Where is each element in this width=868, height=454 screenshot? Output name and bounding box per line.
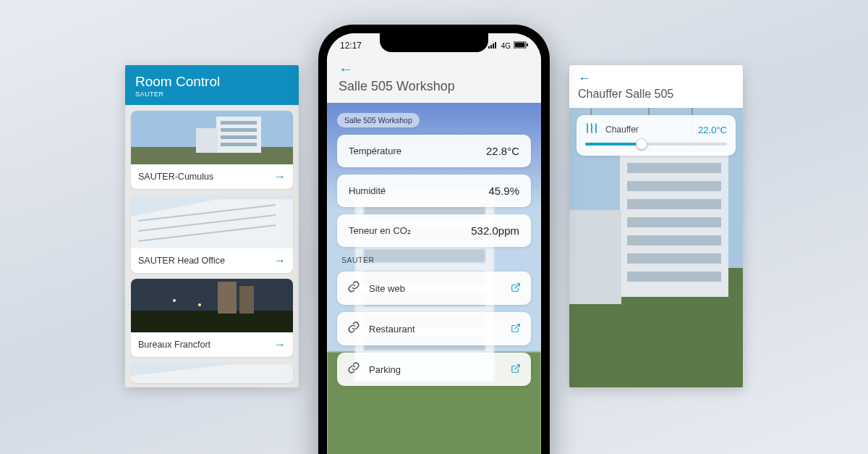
svg-rect-6 (221, 135, 257, 139)
svg-rect-13 (131, 279, 293, 311)
room-name: SAUTER Head Office (138, 256, 225, 266)
room-thumbnail (131, 279, 293, 332)
metric-co2[interactable]: Teneur en CO₂ 532.0ppm (337, 214, 531, 247)
room-card[interactable]: SAUTER Head Office → (131, 195, 293, 273)
svg-rect-5 (221, 128, 257, 132)
svg-rect-3 (196, 128, 218, 153)
detail-title: Salle 505 Workshop (339, 79, 529, 94)
svg-rect-27 (627, 217, 721, 227)
arrow-right-icon: → (274, 338, 286, 351)
link-icon (347, 280, 360, 296)
metric-label: Température (349, 146, 401, 156)
svg-rect-35 (488, 46, 490, 49)
link-label: Parking (369, 364, 502, 375)
status-network: 4G (501, 42, 511, 50)
metric-value: 532.0ppm (471, 224, 519, 237)
svg-rect-24 (627, 163, 721, 173)
room-list: SAUTER-Cumulus → SAUTER Head Office → (125, 105, 299, 387)
phone-notch (380, 33, 488, 52)
metric-value: 22.8°C (486, 145, 519, 157)
metric-label: Humidité (349, 185, 386, 196)
link-parking[interactable]: Parking (337, 353, 531, 386)
link-icon (347, 361, 360, 377)
svg-rect-30 (627, 272, 721, 282)
slider-label: Chauffer (605, 125, 691, 135)
external-link-icon (511, 363, 521, 376)
svg-rect-26 (627, 199, 721, 209)
arrow-right-icon: → (274, 170, 286, 183)
metric-label: Teneur en CO₂ (349, 225, 411, 236)
back-button[interactable]: ← (578, 71, 734, 86)
svg-rect-41 (527, 43, 528, 46)
arrow-right-icon: → (274, 254, 286, 267)
heat-slider-card: Chauffer 22.0°C (576, 115, 736, 156)
slider-thumb[interactable] (636, 138, 647, 150)
svg-rect-25 (627, 181, 721, 191)
back-button[interactable]: ← (339, 61, 529, 77)
external-link-icon (511, 282, 521, 295)
svg-rect-14 (131, 311, 293, 332)
svg-rect-29 (627, 253, 721, 264)
svg-point-18 (198, 303, 201, 306)
heat-title: Chauffer Salle 505 (578, 88, 734, 101)
svg-rect-7 (221, 143, 257, 146)
room-list-header: Room Control SAUTER (125, 65, 299, 105)
brand-label: SAUTER (135, 91, 289, 98)
metric-temperature[interactable]: Température 22.8°C (337, 135, 531, 167)
heat-waves-icon (585, 122, 598, 137)
battery-icon (514, 41, 528, 50)
status-time: 12:17 (340, 41, 362, 51)
phone-frame: 12:17 4G ← Salle 505 Workshop (318, 25, 550, 454)
heat-header: ← Chauffer Salle 505 (569, 65, 743, 108)
room-thumbnail (131, 195, 293, 248)
link-label: Restaurant (369, 324, 502, 335)
svg-point-17 (173, 299, 176, 302)
room-thumbnail (131, 111, 293, 164)
metric-humidity[interactable]: Humidité 45.9% (337, 175, 531, 207)
svg-rect-38 (495, 42, 496, 49)
room-list-title: Room Control (135, 74, 289, 90)
room-name: Bureaux Francfort (138, 340, 210, 350)
room-name: SAUTER-Cumulus (138, 172, 213, 182)
detail-scroll[interactable]: Salle 505 Workshop Température 22.8°C Hu… (327, 103, 541, 454)
link-label: Site web (369, 283, 502, 294)
room-thumbnail (131, 363, 293, 383)
room-card[interactable] (131, 363, 293, 383)
metric-value: 45.9% (488, 185, 519, 197)
svg-rect-37 (493, 43, 494, 49)
heat-control-screen: ← Chauffer Salle 505 Chauffer 22.0°C (569, 65, 743, 387)
svg-rect-28 (627, 235, 721, 245)
section-label: SAUTER (337, 256, 531, 264)
detail-header: ← Salle 505 Workshop (327, 58, 541, 103)
temperature-slider[interactable] (585, 143, 727, 146)
background-photo (569, 65, 743, 387)
link-icon (347, 321, 360, 337)
svg-rect-40 (515, 43, 525, 48)
svg-rect-16 (239, 286, 254, 314)
svg-rect-4 (221, 121, 257, 125)
svg-rect-31 (569, 210, 621, 304)
slider-value: 22.0°C (698, 125, 727, 135)
svg-rect-15 (218, 282, 237, 314)
external-link-icon (511, 323, 521, 335)
room-list-screen: Room Control SAUTER SAUTER-Cumulus → (125, 65, 299, 387)
room-card[interactable]: Bureaux Francfort → (131, 279, 293, 357)
signal-icon (488, 41, 498, 50)
room-card[interactable]: SAUTER-Cumulus → (131, 111, 293, 189)
svg-rect-36 (490, 45, 492, 49)
link-site-web[interactable]: Site web (337, 272, 531, 305)
room-chip[interactable]: Salle 505 Workshop (337, 113, 420, 127)
link-restaurant[interactable]: Restaurant (337, 312, 531, 345)
